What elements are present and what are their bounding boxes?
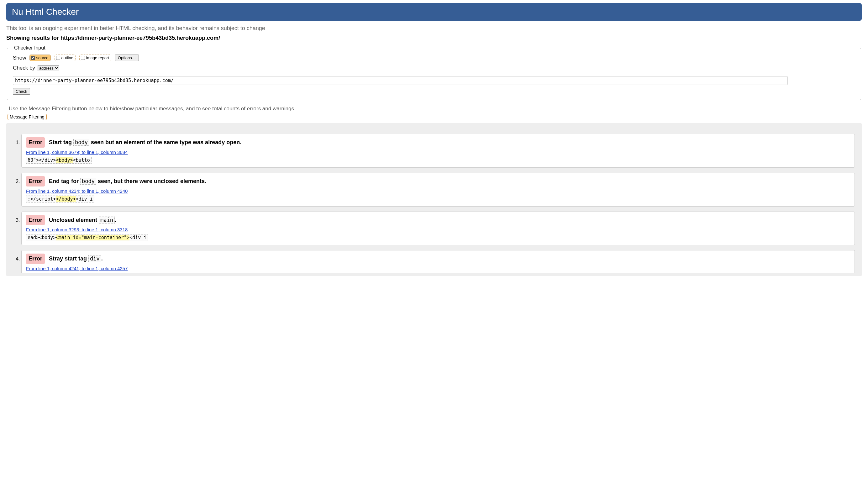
- results-for: Showing results for https://dinner-party…: [6, 35, 862, 41]
- message-text-post: .: [101, 255, 103, 262]
- extract-post: <butto: [73, 157, 90, 163]
- extract-highlight: </body>: [56, 196, 75, 202]
- messages-list: Error Start tag body seen but an element…: [13, 134, 855, 273]
- message-item: Error Unclosed element main. From line 1…: [21, 212, 855, 246]
- check-button[interactable]: Check: [13, 88, 30, 95]
- page-banner: Nu Html Checker: [6, 3, 862, 21]
- show-label: Show: [13, 55, 26, 61]
- message-text-pre: End tag for: [49, 178, 80, 184]
- error-badge: Error: [26, 254, 45, 264]
- checkby-label: Check by: [13, 65, 35, 71]
- error-badge: Error: [26, 176, 45, 187]
- source-checkbox[interactable]: [31, 56, 35, 60]
- url-input[interactable]: [13, 76, 788, 85]
- extract-highlight: <main id="main-container">: [56, 235, 129, 240]
- checker-input-fieldset: Checker Input Show source outline image …: [7, 45, 861, 100]
- message-tag: div: [88, 255, 101, 262]
- location-link[interactable]: From line 1, column 4234; to line 1, col…: [26, 188, 128, 194]
- location-link[interactable]: From line 1, column 4241; to line 1, col…: [26, 266, 128, 271]
- message-text-pre: Stray start tag: [49, 255, 88, 262]
- tagline-text: This tool is an ongoing experiment in be…: [6, 25, 862, 32]
- message-filtering-button[interactable]: Message Filtering: [7, 114, 47, 120]
- message-heading: Error Start tag body seen but an element…: [26, 137, 850, 148]
- message-text-pre: Unclosed element: [49, 217, 99, 223]
- outline-checkbox-label: outline: [61, 56, 73, 60]
- code-extract: ead><body><main id="main-container"><div…: [26, 234, 148, 241]
- message-text-post: .: [115, 217, 116, 223]
- checkby-row: Check by address: [13, 65, 855, 71]
- location-link[interactable]: From line 1, column 3293; to line 1, col…: [26, 227, 128, 232]
- message-item: Error Start tag body seen but an element…: [21, 134, 855, 168]
- results-area: Error Start tag body seen but an element…: [6, 123, 862, 276]
- message-tag: body: [73, 139, 89, 146]
- extract-highlight: <body>: [56, 157, 73, 163]
- source-checkbox-wrap[interactable]: source: [29, 55, 51, 61]
- message-text-post: seen, but there were unclosed elements.: [96, 178, 206, 184]
- location-link[interactable]: From line 1, column 3679; to line 1, col…: [26, 150, 128, 155]
- message-text-pre: Start tag: [49, 139, 73, 146]
- filter-hint: Use the Message Filtering button below t…: [9, 106, 862, 112]
- message-item: Error End tag for body seen, but there w…: [21, 173, 855, 206]
- message-text-post: seen but an element of the same type was…: [89, 139, 241, 146]
- message-item: Error Stray start tag div. From line 1, …: [21, 250, 855, 273]
- outline-checkbox[interactable]: [56, 56, 60, 60]
- extract-pre: 60"></div>: [28, 157, 56, 163]
- source-checkbox-label: source: [36, 56, 49, 60]
- extract-post: <div i: [76, 196, 93, 202]
- results-for-prefix: Showing results for: [6, 35, 61, 41]
- extract-post: <div i: [129, 235, 146, 240]
- code-extract: 60"></div><body><butto: [26, 157, 92, 164]
- checker-input-legend: Checker Input: [13, 45, 47, 51]
- extract-pre: ;</script>: [28, 196, 56, 202]
- image-report-checkbox-label: image report: [86, 56, 109, 60]
- code-extract: ;</script></body><div i: [26, 196, 94, 202]
- show-row: Show source outline image report Options…: [13, 55, 855, 61]
- checkby-select[interactable]: address: [38, 65, 59, 71]
- page-title: Nu Html Checker: [12, 7, 79, 17]
- extract-pre: ead><body>: [28, 235, 56, 240]
- message-heading: Error End tag for body seen, but there w…: [26, 176, 850, 187]
- outline-checkbox-wrap[interactable]: outline: [55, 55, 75, 61]
- error-badge: Error: [26, 215, 45, 225]
- image-report-checkbox[interactable]: [81, 56, 85, 60]
- message-heading: Error Unclosed element main.: [26, 215, 850, 225]
- message-tag: body: [80, 178, 96, 185]
- results-for-url: https://dinner-party-planner-ee795b43bd3…: [61, 35, 220, 41]
- message-heading: Error Stray start tag div.: [26, 254, 850, 264]
- options-button[interactable]: Options…: [115, 55, 139, 61]
- message-tag: main: [99, 217, 115, 223]
- error-badge: Error: [26, 137, 45, 148]
- image-report-checkbox-wrap[interactable]: image report: [79, 55, 111, 61]
